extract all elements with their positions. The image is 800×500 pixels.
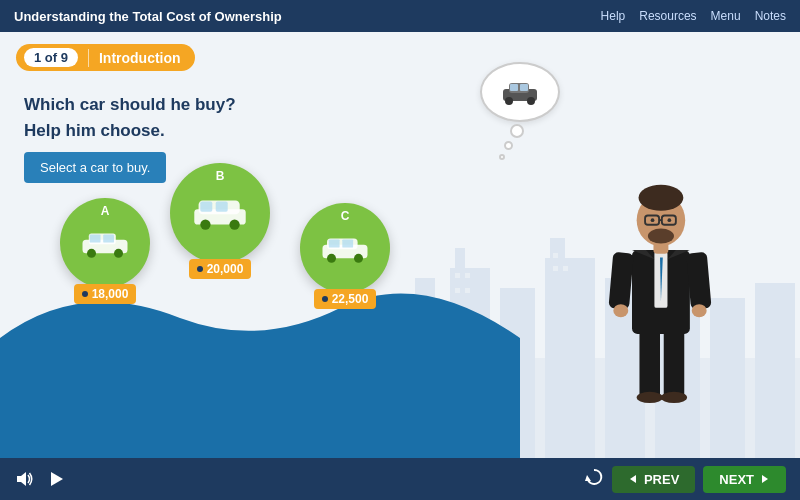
- notes-link[interactable]: Notes: [755, 9, 786, 23]
- svg-point-58: [639, 185, 684, 211]
- svg-point-27: [87, 249, 96, 258]
- breadcrumb-divider: [88, 49, 89, 67]
- svg-point-34: [229, 219, 239, 229]
- prev-button[interactable]: PREV: [612, 466, 695, 493]
- thought-dot-3: [499, 154, 505, 160]
- bottom-bar: PREV NEXT: [0, 458, 800, 500]
- svg-point-59: [648, 229, 674, 244]
- progress-badge: 1 of 9: [24, 48, 78, 67]
- svg-rect-44: [664, 325, 685, 400]
- svg-rect-30: [103, 234, 114, 242]
- svg-rect-41: [329, 239, 340, 247]
- car-c-price: 22,500: [314, 289, 377, 309]
- svg-rect-17: [553, 266, 558, 271]
- play-button[interactable]: [46, 469, 66, 489]
- car-a-label: A: [101, 204, 110, 218]
- car-c-icon: [318, 221, 372, 275]
- person-illustration: [580, 138, 740, 418]
- select-car-button[interactable]: Select a car to buy.: [24, 152, 166, 183]
- svg-rect-53: [686, 252, 711, 310]
- help-link[interactable]: Help: [601, 9, 626, 23]
- svg-rect-29: [90, 234, 101, 242]
- car-c-circle[interactable]: C 22,500: [300, 203, 390, 293]
- svg-point-28: [114, 249, 123, 258]
- bottom-left-controls: [14, 469, 66, 489]
- thought-bubble-area: [480, 62, 560, 122]
- svg-marker-66: [51, 472, 63, 486]
- svg-marker-65: [17, 472, 26, 486]
- prev-arrow-icon: [628, 474, 638, 484]
- car-c-label: C: [341, 209, 350, 223]
- car-b-icon: [190, 183, 250, 243]
- top-navigation: Help Resources Menu Notes: [601, 9, 786, 23]
- svg-rect-43: [639, 325, 660, 400]
- app-title: Understanding the Total Cost of Ownershi…: [14, 9, 282, 24]
- thought-bubble: [480, 62, 560, 122]
- section-label: Introduction: [99, 50, 181, 66]
- main-content: 1 of 9 Introduction Which car should he …: [0, 32, 800, 458]
- menu-link[interactable]: Menu: [711, 9, 741, 23]
- svg-marker-67: [585, 475, 591, 481]
- svg-rect-36: [216, 201, 228, 211]
- question-line1: Which car should he buy?: [24, 92, 236, 118]
- svg-point-55: [692, 304, 707, 317]
- question-text: Which car should he buy? Help him choose…: [24, 92, 236, 143]
- next-button[interactable]: NEXT: [703, 466, 786, 493]
- svg-rect-24: [520, 84, 528, 91]
- svg-point-22: [527, 97, 535, 105]
- svg-rect-42: [342, 239, 353, 247]
- top-bar: Understanding the Total Cost of Ownershi…: [0, 0, 800, 32]
- volume-icon: [14, 469, 34, 489]
- svg-marker-68: [630, 475, 636, 483]
- car-b-price: 20,000: [189, 259, 252, 279]
- car-b-label: B: [216, 169, 225, 183]
- volume-button[interactable]: [14, 469, 34, 489]
- svg-rect-23: [510, 84, 518, 91]
- car-a-icon: [78, 216, 132, 270]
- breadcrumb: 1 of 9 Introduction: [16, 44, 195, 71]
- resources-link[interactable]: Resources: [639, 9, 696, 23]
- svg-point-39: [327, 254, 336, 263]
- svg-rect-18: [563, 266, 568, 271]
- car-b-circle[interactable]: B 20,000: [170, 163, 270, 263]
- svg-point-33: [200, 219, 210, 229]
- svg-marker-69: [762, 475, 768, 483]
- svg-rect-35: [200, 201, 212, 211]
- svg-point-21: [505, 97, 513, 105]
- svg-rect-16: [553, 253, 558, 258]
- prev-label: PREV: [644, 472, 679, 487]
- next-label: NEXT: [719, 472, 754, 487]
- thought-car-icon: [495, 77, 545, 107]
- question-line2: Help him choose.: [24, 118, 236, 144]
- svg-point-45: [637, 392, 663, 403]
- thought-dot-1: [510, 124, 524, 138]
- play-icon: [46, 469, 66, 489]
- svg-point-40: [354, 254, 363, 263]
- svg-rect-11: [755, 283, 795, 458]
- next-arrow-icon: [760, 474, 770, 484]
- car-a-price: 18,000: [74, 284, 137, 304]
- car-a-circle[interactable]: A 18,000: [60, 198, 150, 288]
- svg-point-64: [667, 218, 671, 222]
- svg-point-54: [613, 304, 628, 317]
- thought-dot-2: [504, 141, 513, 150]
- svg-point-46: [661, 392, 687, 403]
- svg-rect-52: [608, 252, 633, 310]
- reload-icon: [584, 467, 604, 487]
- reload-button[interactable]: [584, 467, 604, 492]
- svg-point-63: [651, 218, 655, 222]
- bottom-right-controls: PREV NEXT: [584, 466, 786, 493]
